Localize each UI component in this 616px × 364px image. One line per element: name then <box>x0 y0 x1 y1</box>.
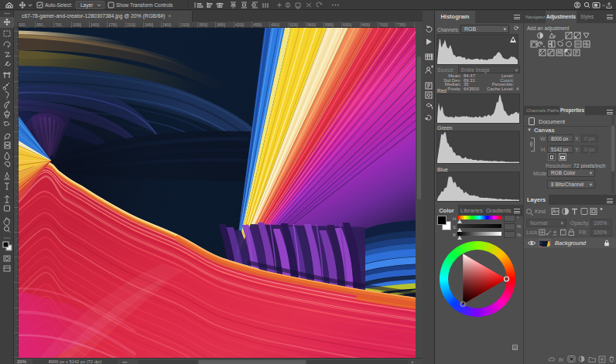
svg-text:3150: 3150 <box>181 22 190 27</box>
svg-text:6650: 6650 <box>361 22 370 27</box>
svg-text:5600: 5600 <box>307 22 316 27</box>
svg-text:5250: 5250 <box>289 22 298 27</box>
svg-text:2100: 2100 <box>127 22 135 27</box>
svg-text:7350: 7350 <box>397 22 406 27</box>
svg-text:fx: fx <box>559 356 563 363</box>
svg-text:Auto-Select:: Auto-Select: <box>45 2 73 8</box>
svg-text:1400: 1400 <box>91 22 99 27</box>
svg-text:4200: 4200 <box>235 22 244 27</box>
svg-text:Show Transform Controls: Show Transform Controls <box>116 2 173 8</box>
svg-text:000: 000 <box>19 22 26 27</box>
svg-text:7000: 7000 <box>379 22 388 27</box>
svg-text:2800: 2800 <box>163 22 171 27</box>
svg-text:4900: 4900 <box>271 22 279 27</box>
svg-text:1050: 1050 <box>73 22 81 27</box>
svg-text:3850: 3850 <box>217 22 225 27</box>
svg-text:6300: 6300 <box>343 22 351 27</box>
svg-text:1750: 1750 <box>108 22 117 27</box>
svg-text:3500: 3500 <box>199 22 207 27</box>
svg-text:2450: 2450 <box>145 22 153 27</box>
svg-text:700: 700 <box>55 22 62 27</box>
svg-text:5950: 5950 <box>325 22 334 27</box>
svg-text:Layer: Layer <box>80 2 94 9</box>
svg-text:4550: 4550 <box>253 22 262 27</box>
svg-text:350: 350 <box>36 22 43 27</box>
